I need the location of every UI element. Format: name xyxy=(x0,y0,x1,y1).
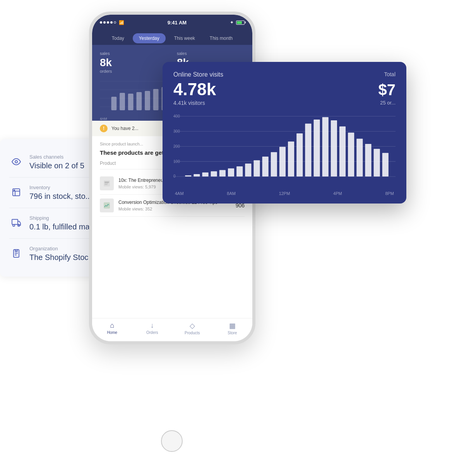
svg-rect-40 xyxy=(236,166,243,176)
inventory-label: Inventory xyxy=(29,185,92,190)
svg-rect-36 xyxy=(202,173,209,177)
svg-rect-34 xyxy=(185,175,191,176)
svg-rect-41 xyxy=(245,164,251,177)
product-header: Product xyxy=(100,161,116,166)
overlay-main-value: 4.78k xyxy=(173,80,216,99)
sales-stat: sales 8k orders xyxy=(100,51,168,74)
signal-dot-1 xyxy=(100,21,102,24)
svg-rect-2 xyxy=(14,190,15,191)
tab-this-week[interactable]: This week xyxy=(168,33,201,43)
time-tab-bar: Today Yesterday This week This month xyxy=(92,30,252,45)
sales-value: 8k xyxy=(100,56,168,69)
overlay-header: Online Store visits Total xyxy=(173,71,396,78)
svg-text:300: 300 xyxy=(173,129,180,133)
status-time: 9:41 AM xyxy=(168,20,187,26)
svg-rect-17 xyxy=(153,89,159,110)
status-right: ✦ xyxy=(230,20,245,25)
mini-x-label-4am: 4AM xyxy=(100,117,107,121)
clipboard-icon xyxy=(9,246,23,260)
shipping-value: 0.1 lb, fulfilled ma... xyxy=(29,222,96,231)
svg-rect-45 xyxy=(279,147,286,176)
chart-x-4pm: 4PM xyxy=(333,191,342,196)
product-thumb-2 xyxy=(100,198,114,212)
svg-rect-20 xyxy=(104,182,109,183)
organization-label: Organization xyxy=(29,246,95,251)
chart-x-12pm: 12PM xyxy=(279,191,290,196)
overlay-orders-sub: 25 or... xyxy=(380,100,396,106)
nav-store[interactable]: ▦ Store xyxy=(212,322,253,340)
svg-rect-3 xyxy=(12,219,18,224)
svg-rect-48 xyxy=(305,123,311,176)
signal-dots: 📶 xyxy=(100,20,124,25)
svg-rect-16 xyxy=(145,91,150,110)
svg-rect-49 xyxy=(314,120,320,176)
svg-rect-38 xyxy=(219,170,226,176)
overlay-visitors-sub: 4.41k visitors xyxy=(173,100,205,106)
nav-home[interactable]: ⌂ Home xyxy=(92,322,132,340)
svg-rect-52 xyxy=(339,127,346,176)
status-bar: 📶 9:41 AM ✦ xyxy=(92,15,252,30)
svg-rect-54 xyxy=(356,139,363,176)
chart-x-labels: 4AM 8AM 12PM 4PM 8PM xyxy=(173,191,396,196)
bluetooth-icon: ✦ xyxy=(230,20,234,25)
orders-label: orders xyxy=(100,69,168,74)
products-nav-icon: ◇ xyxy=(190,322,195,330)
svg-rect-42 xyxy=(253,160,260,176)
nav-products[interactable]: ◇ Products xyxy=(172,322,212,340)
store-nav-label: Store xyxy=(228,331,237,335)
svg-rect-51 xyxy=(331,120,337,176)
svg-rect-43 xyxy=(262,157,269,177)
signal-dot-5 xyxy=(114,21,116,24)
signal-dot-3 xyxy=(107,21,109,24)
sales-channels-value: Visible on 2 of 5 xyxy=(29,161,84,170)
product-sub-2: Mobile views: 352 xyxy=(118,207,231,211)
svg-rect-56 xyxy=(374,149,380,177)
inventory-icon xyxy=(9,185,23,199)
truck-icon xyxy=(9,216,23,230)
overlay-sub-values: 4.41k visitors 25 or... xyxy=(173,100,396,106)
battery-tip xyxy=(245,22,246,24)
svg-rect-55 xyxy=(365,144,371,176)
home-nav-icon: ⌂ xyxy=(110,322,114,330)
svg-rect-14 xyxy=(128,94,134,110)
tab-this-month[interactable]: This month xyxy=(204,33,239,43)
overlay-chart-svg: 400 300 200 100 0 xyxy=(173,112,396,190)
notification-text: You have 2... xyxy=(111,126,139,131)
organization-value: The Shopify Stoc... xyxy=(29,253,95,262)
svg-rect-35 xyxy=(193,174,200,176)
svg-text:200: 200 xyxy=(173,144,180,148)
signal-dot-4 xyxy=(110,21,113,24)
product-thumb-1 xyxy=(100,176,114,190)
orders-nav-icon: ↓ xyxy=(151,322,154,330)
overlay-total-value: $7 xyxy=(378,81,396,99)
home-nav-label: Home xyxy=(107,330,117,335)
inventory-value: 796 in stock, sto... xyxy=(29,192,92,201)
secondary-sales-label: sales xyxy=(177,51,245,56)
chart-x-8pm: 8PM xyxy=(385,191,394,196)
svg-rect-44 xyxy=(271,152,277,176)
sales-channels-label: Sales channels xyxy=(29,154,84,160)
nav-orders[interactable]: ↓ Orders xyxy=(132,322,173,340)
svg-rect-13 xyxy=(120,93,125,110)
svg-rect-47 xyxy=(296,133,303,177)
svg-rect-23 xyxy=(104,202,110,209)
chart-x-4am: 4AM xyxy=(175,191,184,196)
bottom-navigation: ⌂ Home ↓ Orders ◇ Products ▦ Store xyxy=(92,318,252,341)
home-button[interactable] xyxy=(161,430,183,452)
tab-today[interactable]: Today xyxy=(106,33,130,43)
svg-rect-21 xyxy=(104,183,108,184)
battery-fill xyxy=(237,21,242,24)
overlay-title: Online Store visits xyxy=(173,71,223,78)
sales-label: sales xyxy=(100,51,168,56)
orders-nav-label: Orders xyxy=(146,330,158,335)
wifi-icon: 📶 xyxy=(119,20,124,25)
svg-rect-50 xyxy=(322,117,329,177)
svg-point-0 xyxy=(15,161,17,163)
svg-point-4 xyxy=(13,224,15,226)
overlay-total-label: Total xyxy=(384,71,396,77)
chart-x-8am: 8AM xyxy=(227,191,236,196)
svg-rect-57 xyxy=(382,153,389,176)
svg-rect-12 xyxy=(111,97,117,110)
shipping-label: Shipping xyxy=(29,215,96,221)
tab-yesterday[interactable]: Yesterday xyxy=(133,33,166,43)
